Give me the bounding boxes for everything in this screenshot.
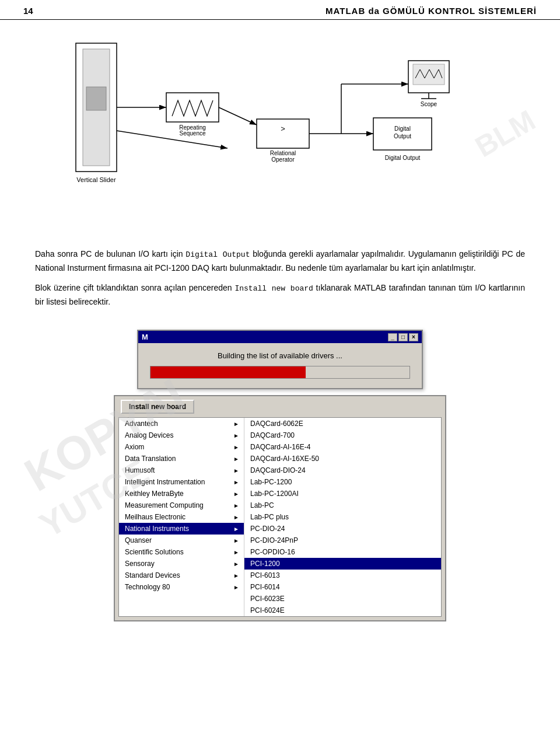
left-menu-item-14[interactable]: Technology 80►: [119, 581, 244, 593]
right-menu-item-13[interactable]: PCI-6013: [244, 570, 441, 581]
left-menu-item-0[interactable]: Advantech►: [119, 418, 244, 429]
right-menu-item-15[interactable]: PCI-6023E: [244, 593, 441, 605]
right-menu-item-0[interactable]: DAQCard-6062E: [244, 418, 441, 429]
titlebar-buttons: _ □ ×: [388, 333, 418, 341]
install-dialog-header: Install new board: [115, 396, 445, 417]
right-menu-item-16[interactable]: PCI-6024E: [244, 605, 441, 616]
progress-fill: [150, 366, 306, 378]
svg-rect-2: [86, 87, 106, 110]
left-menu-item-2[interactable]: Axiom►: [119, 441, 244, 453]
right-menu-item-3[interactable]: DAQCard-AI-16XE-50: [244, 453, 441, 464]
left-menu-item-10[interactable]: Quanser►: [119, 535, 244, 546]
progress-titlebar: M _ □ ×: [138, 331, 422, 343]
svg-text:Vertical Slider: Vertical Slider: [76, 176, 116, 183]
matlab-icon: M: [142, 333, 148, 341]
left-menu-item-3[interactable]: Data Translation►: [119, 453, 244, 464]
left-menu-item-5[interactable]: Intelligent Instrumentation►: [119, 476, 244, 488]
install-dialog-area: Install new board Advantech►Analog Devic…: [0, 395, 560, 621]
maximize-button[interactable]: □: [398, 333, 408, 341]
right-menu-item-2[interactable]: DAQCard-AI-16E-4: [244, 441, 441, 453]
progress-dialog-area: M _ □ × Building the list of available d…: [0, 330, 560, 389]
paragraph-1: Daha sonra PC de bulunan I/O kartı için …: [35, 247, 525, 274]
right-menu-item-7[interactable]: Lab-PC: [244, 500, 441, 511]
progress-dialog: M _ □ × Building the list of available d…: [137, 330, 423, 389]
left-menu-item-11[interactable]: Scientific Solutions►: [119, 546, 244, 558]
close-button[interactable]: ×: [409, 333, 418, 341]
svg-text:Relational: Relational: [270, 150, 296, 156]
svg-line-9: [219, 107, 257, 125]
page-header: 14 MATLAB da GÖMÜLÜ KONTROL SİSTEMLERİ: [0, 0, 560, 20]
left-menu-item-6[interactable]: Keithley MetraByte►: [119, 488, 244, 500]
left-menu-item-4[interactable]: Humusoft►: [119, 464, 244, 476]
right-menu-item-14[interactable]: PCI-6014: [244, 581, 441, 593]
svg-text:>: >: [281, 124, 285, 133]
left-menu-item-13[interactable]: Standard Devices►: [119, 570, 244, 581]
svg-rect-10: [257, 119, 309, 148]
left-menu-item-12[interactable]: Sensoray►: [119, 558, 244, 570]
install-menus: Advantech►Analog Devices►Axiom►Data Tran…: [118, 417, 442, 617]
right-menu-item-11[interactable]: PC-OPDIO-16: [244, 546, 441, 558]
minimize-button[interactable]: _: [388, 333, 397, 341]
left-menu-item-1[interactable]: Analog Devices►: [119, 429, 244, 441]
svg-text:Digital Output: Digital Output: [385, 155, 421, 161]
svg-line-5: [117, 131, 228, 148]
svg-text:Operator: Operator: [271, 156, 295, 163]
right-menu: DAQCard-6062EDAQCard-700DAQCard-AI-16E-4…: [244, 418, 441, 616]
page-title: MATLAB da GÖMÜLÜ KONTROL SİSTEMLERİ: [326, 6, 537, 16]
right-menu-item-4[interactable]: DAQCard-DIO-24: [244, 464, 441, 476]
right-menu-item-12[interactable]: PCI-1200: [244, 558, 441, 570]
svg-rect-18: [413, 64, 444, 85]
svg-text:Digital: Digital: [394, 125, 411, 132]
text-body: Daha sonra PC de bulunan I/O kartı için …: [0, 242, 560, 321]
svg-text:Output: Output: [394, 133, 411, 139]
progress-message: Building the list of available drivers .…: [150, 351, 410, 360]
right-menu-item-10[interactable]: PC-DIO-24PnP: [244, 535, 441, 546]
progress-bar: [150, 366, 410, 379]
left-menu-item-7[interactable]: Measurement Computing►: [119, 500, 244, 511]
diagram-svg: Vertical Slider Repeating Sequence > Rel…: [41, 32, 519, 236]
paragraph-2: Blok üzerine çift tıklandıktan sonra açı…: [35, 281, 525, 308]
diagram-area: Vertical Slider Repeating Sequence > Rel…: [29, 32, 531, 236]
left-menu-item-8[interactable]: Meilhaus Electronic►: [119, 511, 244, 523]
progress-empty: [306, 366, 410, 378]
right-menu-item-8[interactable]: Lab-PC plus: [244, 511, 441, 523]
svg-text:Sequence: Sequence: [179, 130, 205, 137]
right-menu-item-9[interactable]: PC-DIO-24: [244, 523, 441, 535]
progress-body: Building the list of available drivers .…: [138, 343, 422, 388]
right-menu-item-1[interactable]: DAQCard-700: [244, 429, 441, 441]
svg-text:Scope: Scope: [421, 101, 438, 107]
install-dialog: Install new board Advantech►Analog Devic…: [114, 395, 446, 621]
right-menu-item-5[interactable]: Lab-PC-1200: [244, 476, 441, 488]
right-menu-item-6[interactable]: Lab-PC-1200AI: [244, 488, 441, 500]
install-new-board-button[interactable]: Install new board: [121, 400, 194, 414]
page-number: 14: [23, 6, 33, 16]
left-menu-item-9[interactable]: National Instruments►: [119, 523, 244, 535]
left-menu: Advantech►Analog Devices►Axiom►Data Tran…: [119, 418, 244, 616]
